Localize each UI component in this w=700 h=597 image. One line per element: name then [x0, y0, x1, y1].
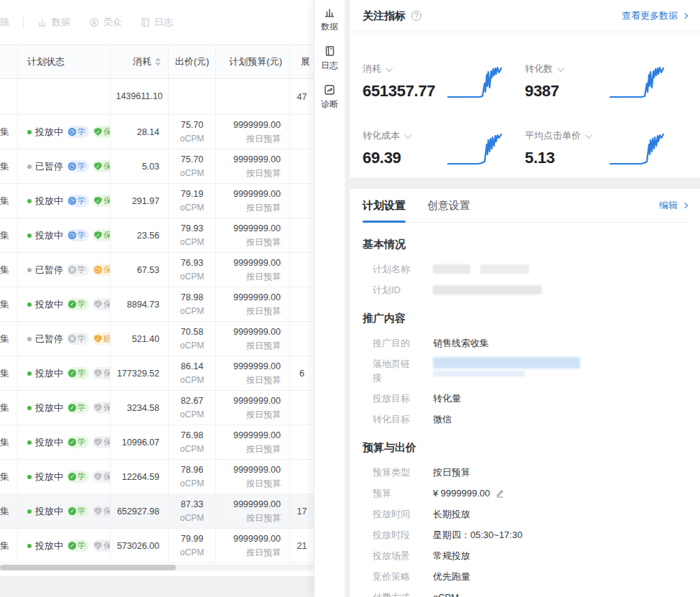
view-more-data-link[interactable]: 查看更多数据: [622, 9, 687, 22]
learning-badge-icon: [68, 162, 76, 170]
learning-badge-icon: [68, 128, 76, 136]
bid-cell: 87.33 oCPM: [169, 494, 216, 529]
budget-cell: 9999999.00 按日预算: [216, 115, 290, 149]
guarantee-badge-icon: [94, 197, 102, 205]
guarantee-badge-icon: [94, 369, 102, 377]
budget-mode: 按日预算: [246, 236, 281, 249]
guarantee-badge: 保: [93, 160, 111, 172]
status-cell: 已暂停 学 赔: [18, 322, 111, 356]
audience-button-label: 受众: [103, 16, 122, 29]
budget-mode: 按日预算: [246, 132, 281, 146]
table-row[interactable]: 集 投放中 学 保 8894.73 78.98 oCPM 9999999.00 …: [0, 287, 314, 322]
bid-cell: 76.98 oCPM: [169, 425, 216, 460]
rail-log-label: 日志: [321, 60, 338, 72]
tab-creative-settings[interactable]: 创意设置: [427, 189, 470, 222]
bid-cell: 86.14 oCPM: [169, 356, 216, 391]
table-row[interactable]: 集 投放中 学 保 291.97 79.19 oCPM 9999999.00 按…: [0, 184, 314, 218]
bid-cell: 75.70 oCPM: [169, 149, 216, 184]
rail-diagnose-label: 诊断: [321, 98, 338, 111]
learning-badge: 学: [67, 540, 89, 552]
learning-badge-label: 学: [78, 333, 85, 344]
learning-badge-icon: [68, 404, 76, 412]
metric-cpc-selector[interactable]: 平均点击单价: [525, 129, 592, 142]
table-row[interactable]: 集 投放中 学 保 3234.58 82.67 oCPM 9999999.00 …: [0, 391, 314, 425]
delivery-period-label: 投放时段: [373, 528, 417, 542]
data-button[interactable]: 数据: [37, 16, 70, 29]
status-label: 投放中: [35, 229, 63, 242]
rail-log-button[interactable]: 日志: [321, 45, 338, 72]
table-row[interactable]: 集 投放中 学 保 23.56 79.93 oCPM 9999999.00 按日…: [0, 218, 314, 253]
edit-budget-button[interactable]: [495, 489, 505, 498]
header-spend-sortable[interactable]: 消耗: [111, 45, 169, 79]
budget-cell: 9999999.00 按日预算: [216, 425, 290, 460]
campaign-name-partial: 集: [0, 218, 18, 253]
impressions-partial: [290, 425, 314, 460]
log-button[interactable]: 日志: [141, 16, 173, 29]
table-row[interactable]: 集 投放中 学 保 573026.00 79.99 oCPM 9999999.0…: [0, 529, 314, 563]
budget-value: 9999999.00: [233, 429, 281, 443]
rail-diagnose-button[interactable]: 诊断: [321, 84, 338, 111]
table-row[interactable]: 集 投放中 学 保 652927.98 87.33 oCPM 9999999.0…: [0, 494, 314, 529]
bid-mode: oCPM: [180, 201, 204, 215]
horizontal-scrollbar-thumb[interactable]: [0, 565, 176, 570]
budget-mode: 按日预算: [246, 546, 281, 560]
rail-data-button[interactable]: 数据: [321, 6, 338, 33]
edit-link[interactable]: 编辑: [659, 199, 687, 212]
delete-button-partial[interactable]: 除: [0, 16, 11, 29]
budget-value: 9999999.00: [233, 256, 281, 270]
metric-cost-selector[interactable]: 转化成本: [363, 129, 411, 142]
budget-label: 预算: [373, 486, 417, 500]
metric-conversions-selector[interactable]: 转化数: [525, 63, 564, 75]
budget-mode: 按日预算: [246, 167, 281, 180]
summary-name-cell: [0, 79, 18, 115]
budget-value: 9999999.00: [233, 394, 281, 408]
table-row[interactable]: 集 投放中 学 保 10996.07 76.98 oCPM 9999999.00…: [0, 425, 314, 460]
guarantee-badge-label: 保: [103, 161, 111, 172]
metrics-card: 关注指标 ? 查看更多数据 消耗 651357.77: [350, 0, 700, 177]
plan-name-label: 计划名称: [373, 262, 417, 276]
table-row[interactable]: 集 已暂停 学 保 5.03 75.70 oCPM 9999999.00 按日预…: [0, 149, 314, 184]
learning-badge: 学: [67, 505, 89, 517]
bid-mode: oCPM: [180, 270, 204, 284]
spend-value: 177329.52: [111, 356, 169, 391]
help-icon[interactable]: ?: [411, 11, 421, 21]
delivery-time-label: 投放时间: [373, 507, 417, 521]
campaign-name-partial: 集: [0, 115, 18, 149]
guarantee-badge: 保: [93, 298, 111, 310]
guarantee-badge: 保: [93, 505, 111, 517]
guarantee-badge-icon: [94, 438, 102, 446]
budget-mode: 按日预算: [246, 443, 281, 456]
diagnose-icon: [324, 84, 335, 96]
summary-row: 1439611.10 47: [0, 79, 314, 115]
metric-spend-selector[interactable]: 消耗: [363, 63, 435, 75]
campaign-name-partial: 集: [0, 184, 18, 218]
campaign-name-partial: 集: [0, 149, 18, 184]
spend-value: 291.97: [111, 184, 169, 218]
header-budget: 计划预算(元): [216, 45, 290, 79]
table-row[interactable]: 集 已暂停 学 保 67.53 76.93 oCPM 9999999.00 按日…: [0, 253, 314, 287]
status-label: 已暂停: [35, 333, 63, 346]
budget-value: 9999999.00: [233, 360, 281, 374]
spend-value: 12264.59: [111, 460, 169, 494]
learning-badge-icon: [68, 266, 76, 274]
status-cell: 已暂停 学 保: [18, 253, 111, 287]
conversions-sparkline: [607, 66, 668, 99]
budget-cell: 9999999.00 按日预算: [216, 391, 290, 425]
chevron-down-icon: [585, 131, 592, 139]
audience-button[interactable]: 受众: [89, 16, 122, 29]
table-row[interactable]: 集 投放中 学 保 12264.59 78.96 oCPM 9999999.00…: [0, 460, 314, 494]
campaign-name-partial: 集: [0, 494, 18, 529]
budget-cell: 9999999.00 按日预算: [216, 356, 290, 391]
metric-conversions: 转化数 9387: [525, 41, 687, 108]
table-row[interactable]: 集 已暂停 学 赔 521.40 70.58 oCPM 9999999.00 按…: [0, 322, 314, 356]
spend-value: 5.03: [111, 149, 169, 184]
table-row[interactable]: 集 投放中 学 保 28.14 75.70 oCPM 9999999.00 按日…: [0, 115, 314, 149]
spend-value: 10996.07: [111, 425, 169, 460]
tab-plan-settings[interactable]: 计划设置: [363, 189, 406, 222]
status-label: 已暂停: [35, 160, 63, 173]
table-row[interactable]: 集 投放中 学 保 177329.52 86.14 oCPM 9999999.0…: [0, 356, 314, 391]
metric-conversions-label: 转化数: [525, 63, 553, 75]
learning-badge-icon: [68, 369, 76, 377]
learning-badge-label: 学: [78, 161, 85, 172]
budget-value: 9999999.00: [233, 498, 281, 512]
